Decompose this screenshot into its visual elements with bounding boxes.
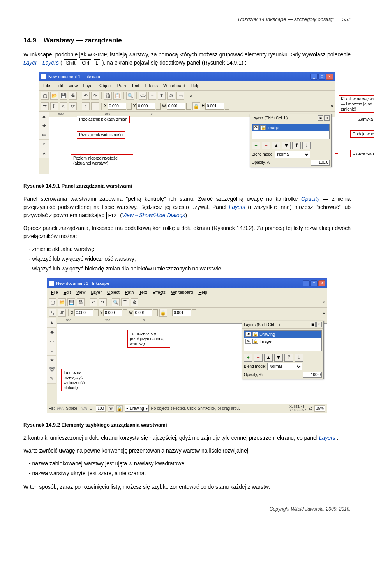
menu-bar[interactable]: File Edit View Layer Object Path Text Ef…: [39, 81, 335, 91]
h-input[interactable]: [172, 309, 191, 316]
layer-name[interactable]: Image: [259, 338, 272, 345]
prefs-icon[interactable]: ⚙: [131, 298, 138, 306]
layer-list[interactable]: 👁 🔒 Image: [252, 124, 330, 139]
copy-icon[interactable]: ⿻: [104, 92, 112, 100]
lock-toggle-icon[interactable]: 🔒: [252, 339, 258, 344]
close-button[interactable]: ×: [326, 74, 333, 80]
paste-icon[interactable]: 📋: [113, 92, 121, 100]
selector-icon[interactable]: ▲: [47, 318, 56, 328]
print-icon[interactable]: 🖶: [77, 298, 85, 306]
spiral-icon[interactable]: ➰: [47, 365, 56, 374]
window-titlebar[interactable]: New document 1 - Inkscape _ □ ×: [47, 279, 327, 288]
w-input[interactable]: [134, 309, 152, 316]
remove-layer-button[interactable]: −: [254, 354, 263, 362]
menu-object[interactable]: Object: [97, 82, 114, 90]
menu-path[interactable]: Path: [115, 82, 129, 90]
visibility-toggle-icon[interactable]: 👁: [245, 332, 251, 337]
selector-icon[interactable]: ▲: [39, 112, 49, 121]
rect-icon[interactable]: ▭: [47, 337, 56, 346]
menu-view[interactable]: View: [66, 82, 80, 90]
menu-effects[interactable]: Effects: [150, 289, 168, 296]
menu-whiteboard[interactable]: Whiteboard: [161, 82, 187, 90]
menu-bar[interactable]: File Edit View Layer Object Path Text Ef…: [47, 288, 327, 297]
opacity-status[interactable]: 100: [96, 405, 106, 412]
lower-layer-button[interactable]: ▼: [274, 354, 283, 362]
flip-h-icon[interactable]: ⇆: [41, 102, 49, 110]
blend-select[interactable]: Normal: [267, 363, 302, 370]
align-icon[interactable]: ≡: [148, 92, 156, 100]
lower-layer-button[interactable]: ▼: [282, 142, 291, 149]
flip-h-icon[interactable]: ⇆: [49, 309, 56, 317]
y-input[interactable]: [103, 309, 122, 316]
bottom-layer-button[interactable]: ⤓: [302, 142, 311, 149]
visibility-toggle-icon[interactable]: 👁: [245, 339, 251, 344]
top-layer-button[interactable]: ⤒: [284, 354, 293, 362]
menu-effects[interactable]: Effects: [143, 82, 160, 90]
visibility-status-icon[interactable]: 👁: [108, 405, 114, 412]
panel-float-icon[interactable]: ▣: [318, 115, 323, 121]
redo-icon[interactable]: ↷: [99, 298, 107, 306]
close-button[interactable]: ×: [318, 280, 325, 286]
layer-dropdown[interactable]: ▾ Drawing ▾: [125, 405, 149, 412]
opacity-input[interactable]: [303, 372, 322, 378]
zoom-value[interactable]: 35%: [314, 405, 325, 412]
circle-icon[interactable]: ○: [47, 346, 56, 356]
spinner-icon[interactable]: [156, 103, 161, 110]
raise-icon[interactable]: ↑: [82, 102, 90, 110]
print-icon[interactable]: 🖶: [69, 92, 77, 100]
menu-text[interactable]: Text: [137, 289, 149, 296]
minimize-button[interactable]: _: [303, 280, 310, 286]
top-layer-button[interactable]: ⤒: [292, 142, 301, 149]
lock-wh-icon[interactable]: 🔒: [192, 102, 200, 110]
star-icon[interactable]: ★: [47, 356, 56, 365]
menu-layer[interactable]: Layer: [81, 82, 96, 90]
y-input[interactable]: [136, 103, 155, 110]
menu-object[interactable]: Object: [105, 289, 122, 296]
save-icon[interactable]: 💾: [60, 92, 67, 100]
layer-name[interactable]: Image: [267, 125, 279, 131]
menu-help[interactable]: Help: [196, 289, 210, 296]
w-input[interactable]: [167, 103, 185, 110]
layer-row-drawing[interactable]: 👁 🔒 Drawing: [244, 331, 321, 338]
new-icon[interactable]: ▢: [49, 298, 56, 306]
x-input[interactable]: [74, 309, 93, 316]
blend-select[interactable]: Normal: [275, 151, 310, 158]
menu-path[interactable]: Path: [123, 289, 136, 296]
doc-icon[interactable]: ▭: [176, 92, 184, 100]
zoom-icon[interactable]: 🔍: [126, 92, 134, 100]
menu-whiteboard[interactable]: Whiteboard: [169, 289, 195, 296]
add-layer-button[interactable]: +: [252, 142, 260, 149]
zoom-icon[interactable]: 🔍: [112, 298, 120, 306]
remove-layer-button[interactable]: −: [262, 142, 270, 149]
rotate-icon[interactable]: ⟲: [60, 102, 67, 110]
circle-icon[interactable]: ○: [39, 140, 49, 149]
menu-edit[interactable]: Edit: [53, 82, 65, 90]
layer-name[interactable]: Drawing: [259, 331, 275, 338]
add-layer-button[interactable]: +: [244, 354, 252, 362]
redo-icon[interactable]: ↷: [91, 92, 99, 100]
open-icon[interactable]: 📂: [58, 298, 66, 306]
menu-file[interactable]: File: [41, 82, 53, 90]
lock-toggle-icon[interactable]: 🔒: [260, 125, 266, 130]
star-icon[interactable]: ★: [39, 149, 49, 158]
minimize-button[interactable]: _: [310, 74, 318, 80]
menu-layer[interactable]: Layer: [88, 289, 104, 296]
spinner-icon[interactable]: [225, 103, 229, 110]
spinner-icon[interactable]: [127, 103, 132, 110]
flip-v-icon[interactable]: ⇵: [50, 102, 58, 110]
spinner-icon[interactable]: [186, 103, 191, 110]
lower-icon[interactable]: ↓: [91, 102, 99, 110]
raise-layer-button[interactable]: ▲: [272, 142, 280, 149]
layer-row[interactable]: 👁 🔒 Image: [252, 124, 329, 132]
opacity-input[interactable]: [311, 160, 330, 166]
undo-icon[interactable]: ↶: [82, 92, 90, 100]
save-icon[interactable]: 💾: [67, 298, 75, 306]
menu-file[interactable]: File: [49, 289, 60, 296]
visibility-toggle-icon[interactable]: 👁: [253, 125, 259, 130]
rotate2-icon[interactable]: ⟳: [69, 102, 77, 110]
lock-toggle-icon[interactable]: 🔒: [252, 332, 258, 337]
text-icon[interactable]: T: [121, 298, 129, 306]
new-icon[interactable]: ▢: [41, 92, 49, 100]
menu-help[interactable]: Help: [188, 82, 202, 90]
panel-float-icon[interactable]: ▣: [310, 322, 316, 327]
